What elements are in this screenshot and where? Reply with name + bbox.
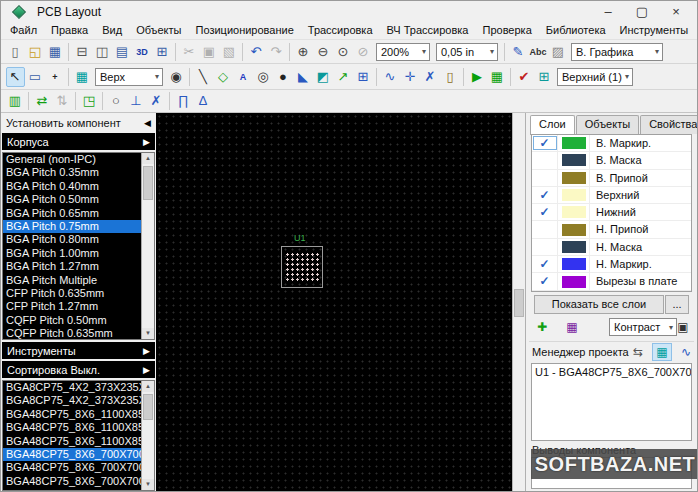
place-picture-icon[interactable]: ▨ — [549, 42, 568, 62]
package-list-item[interactable]: CQFP Pitch 0.635mm — [3, 327, 143, 340]
side-select[interactable]: Верх▾ — [95, 68, 163, 86]
layer-checkbox[interactable]: ✓ — [532, 256, 558, 272]
tab-inactive[interactable]: Свойства — [640, 115, 698, 134]
place-polygon-icon[interactable]: ◣ — [294, 67, 313, 87]
package-list-item[interactable]: BGA Pitch 0.75mm — [3, 220, 143, 233]
package-list-item[interactable]: BGA Pitch 0.40mm — [3, 180, 143, 193]
flip-vertical-icon[interactable]: ⊥ — [127, 91, 146, 111]
zoom-select[interactable]: 200%▾ — [376, 43, 430, 61]
package-list-item[interactable]: BGA Pitch 1.27mm — [3, 260, 143, 273]
package-list-item[interactable]: BGA Pitch 1.00mm — [3, 247, 143, 260]
project-component-item[interactable]: U1 - BGA48CP75_8X6_700X700X120 — [532, 364, 691, 380]
scroll-up-icon[interactable]: ▲ — [142, 153, 154, 164]
menu-item[interactable]: Позиционирование — [189, 23, 301, 39]
package-list-item[interactable]: BGA Pitch 0.65mm — [3, 207, 143, 220]
route-report-icon[interactable]: ▦ — [488, 67, 507, 87]
layer-row[interactable]: В. Маска — [532, 152, 691, 169]
layer-color-swatch[interactable] — [562, 258, 586, 270]
collapse-panel-icon[interactable]: ◀ — [144, 118, 151, 128]
component-manager-icon[interactable]: ▦ — [652, 343, 672, 361]
layer-row[interactable]: ✓Верхний — [532, 187, 691, 204]
layer-row[interactable]: ✓В. Маркир. — [532, 135, 691, 152]
layer-checkbox[interactable] — [532, 170, 558, 186]
packages-section-header[interactable]: Корпуса ▶ — [2, 133, 155, 150]
route-tool-icon[interactable]: ∿ — [381, 67, 400, 87]
package-list-item[interactable]: General (non-IPC) — [3, 153, 143, 166]
minimize-button[interactable]: – — [591, 1, 625, 23]
tab-inactive[interactable]: Объекты — [576, 115, 639, 134]
package-list-item[interactable]: BGA Pitch 0.50mm — [3, 193, 143, 206]
package-list-item[interactable]: CFP Pitch 0.635mm — [3, 287, 143, 300]
place-component-icon[interactable]: ▦ — [73, 67, 92, 87]
undo-icon[interactable]: ↶ — [247, 42, 266, 62]
place-pad-icon[interactable]: ● — [274, 67, 293, 87]
menu-item[interactable]: Файл — [3, 23, 44, 39]
layer-color-swatch[interactable] — [562, 154, 586, 166]
show-all-layers-button[interactable]: Показать все слои — [534, 295, 664, 314]
place-ring-icon[interactable]: ◎ — [254, 67, 273, 87]
sort-section-header[interactable]: Сортировка Выкл. ▶ — [2, 361, 155, 378]
signal-pulse-a-icon[interactable]: ∏ — [174, 91, 193, 111]
layer-color-swatch[interactable] — [562, 137, 586, 149]
package-list-item[interactable]: BGA Pitch 0.35mm — [3, 166, 143, 179]
layer-row[interactable]: ✓Н. Маркир. — [532, 256, 691, 273]
layer-row[interactable]: Н. Маска — [532, 239, 691, 256]
new-document-icon[interactable]: ▯ — [6, 42, 25, 62]
layer-row[interactable]: ✓Вырезы в плате — [532, 273, 691, 290]
move-tool-icon[interactable]: ✛ — [401, 67, 420, 87]
menu-item[interactable]: Проверка — [475, 23, 538, 39]
layer-color-swatch[interactable] — [562, 189, 586, 201]
zoom-window-icon[interactable]: ⊙ — [334, 42, 353, 62]
layer-statistics-icon[interactable]: ▥ — [6, 91, 25, 111]
footprint-list-item[interactable]: BGA48CP75_8X6_1100X850X — [3, 408, 143, 421]
footprint-list-item[interactable]: BGA8CP75_4X2_373X235X10 — [3, 394, 143, 407]
board-properties-icon[interactable]: ▯ — [441, 67, 460, 87]
footprint-list-item[interactable]: BGA48CP75_8X6_700X700X1 — [3, 448, 143, 461]
canvas-vertical-scrollbar[interactable] — [512, 113, 525, 491]
component-u1[interactable] — [281, 246, 323, 288]
layer-row[interactable]: ✓Нижний — [532, 204, 691, 221]
layer-row[interactable]: В. Припой — [532, 170, 691, 187]
close-button[interactable]: × — [659, 1, 693, 23]
scroll-down-icon[interactable]: ▼ — [142, 479, 154, 490]
footprint-list-item[interactable]: BGA8CP75_4X2_373X235X10 — [3, 381, 143, 394]
package-list-item[interactable]: CQFP Pitch 0.50mm — [3, 314, 143, 327]
route-manager-icon[interactable]: ∿ — [676, 343, 696, 361]
layers-stack-icon[interactable]: ▣ — [673, 318, 693, 336]
layer-checkbox[interactable]: ✓ — [532, 273, 558, 289]
print-icon[interactable]: ⊟ — [73, 42, 92, 62]
layer-color-swatch[interactable] — [562, 206, 586, 218]
package-list-scrollbar[interactable]: ▲ ▼ — [141, 153, 154, 339]
delete-route-icon[interactable]: ✗ — [147, 91, 166, 111]
menu-item[interactable]: Трассировка — [301, 23, 380, 39]
footprint-list-scrollbar[interactable]: ▲ ▼ — [141, 381, 154, 490]
signal-layer-select[interactable]: Верхний (1)▾ — [557, 68, 633, 86]
compare-netlist-icon[interactable]: ⊞ — [535, 67, 554, 87]
menu-item[interactable]: Инструменты — [613, 23, 696, 39]
layer-checkbox[interactable]: ✓ — [532, 135, 558, 151]
titles-sheet-icon[interactable]: ▤ — [113, 42, 132, 62]
package-list-item[interactable]: BGA Pitch 0.80mm — [3, 233, 143, 246]
menu-item[interactable]: Вид — [95, 23, 129, 39]
graphics-layer-select[interactable]: В. Графика▾ — [571, 43, 663, 61]
scroll-down-icon[interactable]: ▼ — [142, 328, 154, 339]
layer-color-swatch[interactable] — [562, 224, 586, 236]
layer-row[interactable]: Н. Припой — [532, 221, 691, 238]
layers-more-button[interactable]: ... — [665, 295, 689, 314]
place-text-icon[interactable]: Abc — [529, 42, 548, 62]
preview-3d-icon[interactable]: 3D — [133, 42, 152, 62]
contrast-select[interactable]: Контраст ▾ — [609, 318, 677, 336]
tools-section-header[interactable]: Инструменты ▶ — [2, 342, 155, 359]
scroll-up-icon[interactable]: ▲ — [142, 381, 154, 392]
layer-color-swatch[interactable] — [562, 241, 586, 253]
zoom-out-icon[interactable]: ⊖ — [314, 42, 333, 62]
zoom-in-icon[interactable]: ⊕ — [294, 42, 313, 62]
menu-item[interactable]: Правка — [44, 23, 95, 39]
print-preview-icon[interactable]: ◫ — [93, 42, 112, 62]
tile-windows-icon[interactable]: ⊞ — [153, 42, 172, 62]
place-ratline-icon[interactable]: ↗ — [334, 67, 353, 87]
layer-color-swatch[interactable] — [562, 276, 586, 288]
footprint-list-item[interactable]: BGA48CP75_8X6_700X700X1 — [3, 475, 143, 488]
maximize-button[interactable]: ▢ — [625, 1, 659, 23]
footprint-list-item[interactable]: BGA48CP75_8X6_1100X850X — [3, 421, 143, 434]
